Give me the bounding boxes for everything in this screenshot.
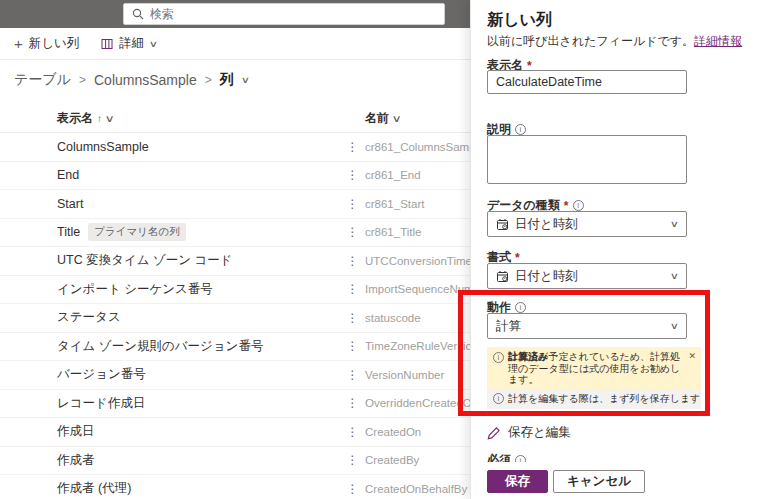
- sort-ascending-icon: ↑: [97, 113, 102, 124]
- row-more-options-icon[interactable]: ⋮: [340, 197, 365, 211]
- header-name-label: 名前: [365, 110, 389, 127]
- table-row[interactable]: バージョン番号⋮VersionNumber: [0, 361, 470, 390]
- chevron-down-icon: ∨: [105, 113, 115, 124]
- column-logical-name: ImportSequenceNumber: [365, 283, 470, 295]
- column-display-name: UTC 変換タイム ゾーン コード: [57, 252, 233, 269]
- column-logical-name: OverriddenCreatedOn: [365, 397, 470, 409]
- column-logical-name: CreatedBy: [365, 454, 470, 466]
- row-more-options-icon[interactable]: ⋮: [340, 254, 365, 268]
- column-display-name: ColumnsSample: [57, 140, 149, 154]
- column-logical-name: TimeZoneRuleVersionN...: [365, 340, 470, 352]
- save-button[interactable]: 保存: [487, 470, 548, 493]
- row-more-options-icon[interactable]: ⋮: [340, 140, 365, 154]
- close-icon[interactable]: ✕: [688, 351, 696, 363]
- column-display-name: Start: [57, 197, 83, 211]
- display-name-input[interactable]: [487, 70, 687, 94]
- info-icon: i: [493, 393, 504, 404]
- breadcrumb-separator: >: [79, 73, 86, 87]
- save-and-edit-label: 保存と編集: [508, 424, 571, 441]
- panel-subtitle: 以前に呼び出されたフィールドです。詳細情報: [487, 33, 742, 50]
- command-bar: + 新しい列 詳細 ∨: [0, 28, 470, 60]
- calendar-clock-icon: [496, 218, 509, 231]
- row-more-options-icon[interactable]: ⋮: [340, 282, 365, 296]
- column-logical-name: VersionNumber: [365, 369, 470, 381]
- table-row[interactable]: ColumnsSample⋮cr861_ColumnsSampleId: [0, 133, 470, 162]
- column-display-name: 作成日: [57, 423, 95, 440]
- row-more-options-icon[interactable]: ⋮: [340, 339, 365, 353]
- save-first-note: i 計算を編集する際は、まず列を保存します。: [487, 389, 701, 409]
- format-dropdown[interactable]: 日付と時刻 ∨: [487, 263, 687, 289]
- column-logical-name: CreatedOn: [365, 426, 470, 438]
- table-row[interactable]: レコード作成日⋮OverriddenCreatedOn: [0, 390, 470, 419]
- behavior-dropdown[interactable]: 計算 ∨: [487, 313, 687, 339]
- table-row[interactable]: 作成者 (代理)⋮CreatedOnBehalfBy: [0, 475, 470, 499]
- panel-title: 新しい列: [487, 10, 552, 31]
- row-more-options-icon[interactable]: ⋮: [340, 311, 365, 325]
- description-textarea[interactable]: [487, 135, 687, 184]
- search-icon: [132, 8, 144, 20]
- breadcrumb-separator: >: [205, 73, 212, 87]
- chevron-down-icon: ∨: [149, 39, 158, 49]
- header-name[interactable]: 名前 ∨: [365, 110, 470, 127]
- header-display-name[interactable]: 表示名 ↑ ∨: [57, 110, 340, 127]
- row-more-options-icon[interactable]: ⋮: [340, 425, 365, 439]
- info-icon[interactable]: i: [515, 302, 526, 313]
- table-row[interactable]: UTC 変換タイム ゾーン コード⋮UTCConversionTimeZon..…: [0, 247, 470, 276]
- learn-more-link[interactable]: 詳細情報: [694, 34, 742, 48]
- behavior-value: 計算: [496, 318, 521, 335]
- table-row[interactable]: 作成者⋮CreatedBy: [0, 447, 470, 476]
- column-display-name: Title: [57, 225, 80, 239]
- row-more-options-icon[interactable]: ⋮: [340, 225, 365, 239]
- row-more-options-icon[interactable]: ⋮: [340, 368, 365, 382]
- data-type-value: 日付と時刻: [515, 216, 578, 233]
- warning-text: 計算済みは廃止が予定されているため、計算処理のデータ型には式の使用をお勧めします…: [508, 351, 681, 386]
- chevron-down-icon: ∨: [392, 113, 402, 124]
- columns-table: ColumnsSample⋮cr861_ColumnsSampleIdEnd⋮c…: [0, 133, 470, 499]
- details-menu-button[interactable]: 詳細 ∨: [101, 35, 157, 52]
- table-row[interactable]: ステータス⋮statuscode: [0, 304, 470, 333]
- header-display-name-label: 表示名: [57, 110, 93, 127]
- breadcrumb-tables-link[interactable]: テーブル: [14, 71, 71, 89]
- chevron-down-icon: ∨: [670, 271, 679, 281]
- row-more-options-icon[interactable]: ⋮: [340, 168, 365, 182]
- table-row[interactable]: 作成日⋮CreatedOn: [0, 418, 470, 447]
- column-display-name: レコード作成日: [57, 395, 145, 412]
- global-search-box[interactable]: [123, 3, 445, 25]
- info-icon: i: [493, 352, 504, 363]
- row-more-options-icon[interactable]: ⋮: [340, 482, 365, 496]
- breadcrumb-table-link[interactable]: ColumnsSample: [94, 72, 197, 88]
- column-logical-name: UTCConversionTimeZon...: [365, 255, 470, 267]
- plus-icon: +: [14, 36, 23, 51]
- new-column-label: 新しい列: [29, 35, 80, 52]
- column-display-name: タイム ゾーン規則のバージョン番号: [57, 338, 263, 355]
- primary-column-badge: プライマリ名の列: [88, 223, 185, 241]
- row-more-options-icon[interactable]: ⋮: [340, 396, 365, 410]
- info-icon[interactable]: i: [573, 200, 584, 211]
- new-column-panel: 新しい列 以前に呼び出されたフィールドです。詳細情報 表示名* 説明i データの…: [470, 0, 768, 499]
- save-and-edit-link[interactable]: 保存と編集: [487, 424, 571, 441]
- table-row[interactable]: インポート シーケンス番号⋮ImportSequenceNumber: [0, 276, 470, 305]
- column-logical-name: CreatedOnBehalfBy: [365, 483, 470, 495]
- column-display-name: バージョン番号: [57, 366, 146, 383]
- new-column-button[interactable]: + 新しい列: [14, 35, 79, 52]
- table-row[interactable]: Titleプライマリ名の列⋮cr861_Title: [0, 219, 470, 248]
- chevron-down-icon[interactable]: ∨: [240, 75, 249, 85]
- column-display-name: 作成者 (代理): [57, 480, 131, 497]
- cancel-button[interactable]: キャンセル: [553, 470, 645, 493]
- table-row[interactable]: End⋮cr861_End: [0, 162, 470, 191]
- note-text: 計算を編集する際は、まず列を保存します。: [508, 393, 701, 405]
- breadcrumb-current-columns[interactable]: 列: [220, 71, 234, 89]
- row-more-options-icon[interactable]: ⋮: [340, 453, 365, 467]
- info-icon[interactable]: i: [515, 124, 526, 135]
- column-display-name: End: [57, 168, 79, 182]
- table-row[interactable]: タイム ゾーン規則のバージョン番号⋮TimeZoneRuleVersionN..…: [0, 333, 470, 362]
- columns-icon: [101, 38, 113, 50]
- data-type-dropdown[interactable]: 日付と時刻 ∨: [487, 211, 687, 237]
- table-header-row: 表示名 ↑ ∨ 名前 ∨: [0, 104, 470, 133]
- search-input[interactable]: [150, 7, 436, 21]
- format-value: 日付と時刻: [515, 268, 578, 285]
- column-logical-name: cr861_ColumnsSampleId: [365, 141, 470, 153]
- column-logical-name: cr861_Title: [365, 226, 470, 238]
- table-row[interactable]: Start⋮cr861_Start: [0, 190, 470, 219]
- breadcrumb: テーブル > ColumnsSample > 列 ∨: [14, 70, 248, 90]
